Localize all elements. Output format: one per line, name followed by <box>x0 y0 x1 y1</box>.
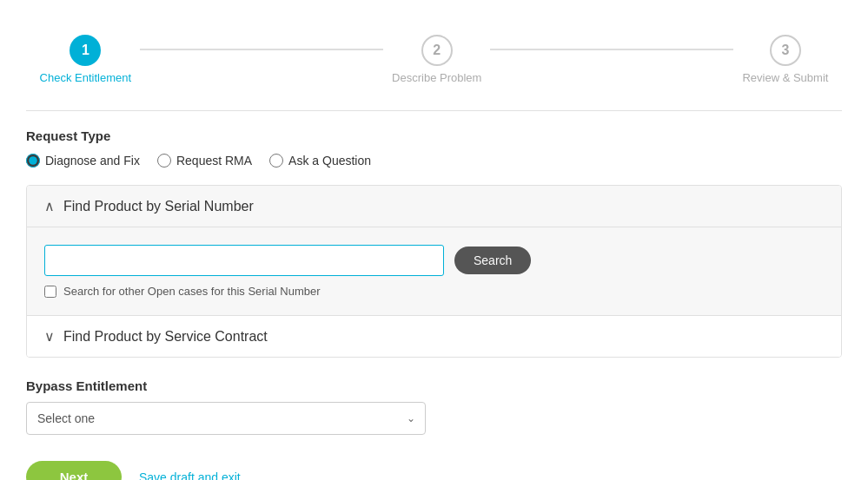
bypass-select-wrapper: Select one ⌄ <box>26 402 426 435</box>
service-contract-accordion-header[interactable]: ∨ Find Product by Service Contract <box>27 315 841 357</box>
request-type-radio-group: Diagnose and Fix Request RMA Ask a Quest… <box>26 154 842 168</box>
page-wrapper: 1 Check Entitlement 2 Describe Problem 3… <box>0 0 868 480</box>
serial-number-input[interactable] <box>44 245 444 276</box>
serial-number-search-row: Search <box>44 245 824 276</box>
step-3: 3 Review & Submit <box>742 35 828 84</box>
serial-number-chevron-icon: ∧ <box>44 198 55 214</box>
radio-diagnose-label: Diagnose and Fix <box>45 154 140 168</box>
request-type-title: Request Type <box>26 128 842 143</box>
radio-question[interactable]: Ask a Question <box>269 154 371 168</box>
serial-number-accordion: ∧ Find Product by Serial Number Search S… <box>26 185 842 358</box>
bypass-title: Bypass Entitlement <box>26 378 842 393</box>
radio-diagnose[interactable]: Diagnose and Fix <box>26 154 140 168</box>
service-contract-chevron-icon: ∨ <box>44 328 55 345</box>
step-line-1 <box>140 49 383 50</box>
open-cases-checkbox-label: Search for other Open cases for this Ser… <box>63 285 321 298</box>
bypass-section: Bypass Entitlement Select one ⌄ <box>26 378 842 435</box>
step-line-2 <box>490 49 733 50</box>
step-1-label: Check Entitlement <box>40 71 132 84</box>
radio-rma-label: Request RMA <box>176 154 252 168</box>
step-2: 2 Describe Problem <box>392 35 481 84</box>
section-divider <box>26 110 842 111</box>
save-draft-button[interactable]: Save draft and exit <box>139 470 241 481</box>
next-button[interactable]: Next <box>26 461 122 480</box>
footer-buttons: Next Save draft and exit <box>26 461 842 480</box>
serial-number-accordion-body: Search Search for other Open cases for t… <box>27 227 841 315</box>
radio-question-input[interactable] <box>269 154 283 168</box>
radio-rma-input[interactable] <box>157 154 171 168</box>
service-contract-accordion-title: Find Product by Service Contract <box>63 329 268 345</box>
step-3-label: Review & Submit <box>742 71 828 84</box>
open-cases-checkbox-row: Search for other Open cases for this Ser… <box>44 285 824 298</box>
radio-rma[interactable]: Request RMA <box>157 154 252 168</box>
step-3-circle: 3 <box>770 35 801 66</box>
serial-number-accordion-header[interactable]: ∧ Find Product by Serial Number <box>27 186 841 227</box>
search-button[interactable]: Search <box>454 247 531 274</box>
step-1-circle: 1 <box>70 35 101 66</box>
radio-diagnose-input[interactable] <box>26 154 40 168</box>
step-2-label: Describe Problem <box>392 71 481 84</box>
open-cases-checkbox[interactable] <box>44 286 56 298</box>
stepper: 1 Check Entitlement 2 Describe Problem 3… <box>26 17 842 110</box>
step-2-circle: 2 <box>421 35 453 66</box>
serial-number-accordion-title: Find Product by Serial Number <box>63 199 254 214</box>
radio-question-label: Ask a Question <box>288 154 371 168</box>
bypass-select[interactable]: Select one <box>26 402 426 435</box>
step-1: 1 Check Entitlement <box>40 35 132 84</box>
